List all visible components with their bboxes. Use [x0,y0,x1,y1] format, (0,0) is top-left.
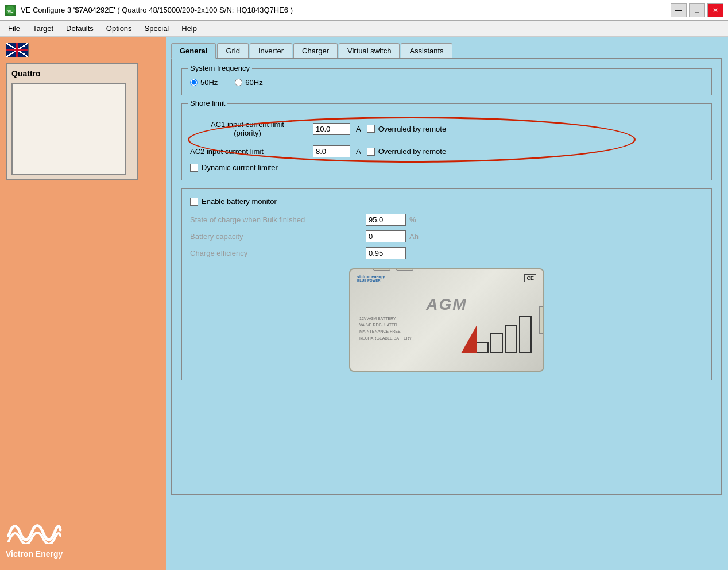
terminal-pos [373,268,390,271]
terminal-neg [396,268,413,271]
frequency-radio-group: 50Hz 60Hz [190,75,703,87]
soc-input[interactable] [366,214,406,226]
battery-monitor-section: Enable battery monitor State of charge w… [181,188,712,380]
tab-assistants[interactable]: Assistants [401,43,452,58]
ac2-overruled-checkbox[interactable] [367,148,375,156]
svg-text:VE: VE [7,9,14,14]
radio-50hz-input[interactable] [190,79,198,86]
menu-file[interactable]: File [2,22,26,34]
left-panel: Quattro Victron Energy [0,37,166,570]
dynamic-label: Dynamic current limiter [202,163,278,172]
ce-badge: CE [524,274,536,282]
battery-capacity-unit: Ah [409,232,419,241]
window-controls: — □ ✕ [671,3,723,17]
bar-3 [505,325,517,353]
device-inner [11,83,126,175]
tab-charger[interactable]: Charger [293,43,338,58]
device-box: Quattro [6,63,138,180]
ac1-label: AC1 input current limit [211,120,284,129]
victron-energy-logo-small: victron energy BLUE POWER [357,275,385,282]
battery-capacity-input[interactable] [366,230,406,242]
device-label: Quattro [11,69,41,78]
ac2-unit: A [356,147,361,156]
menu-options[interactable]: Options [100,22,138,34]
shore-limit-section: Shore limit AC1 input current limit (pri… [181,103,712,180]
minimize-button[interactable]: — [671,3,687,17]
battery-triangle-icon [461,325,477,353]
ac1-current-input[interactable] [313,123,350,135]
radio-60hz-input[interactable] [235,79,242,86]
radio-50hz[interactable]: 50Hz [190,78,218,87]
soc-unit: % [409,215,416,224]
ac2-label: AC2 input current limit [190,147,305,156]
close-button[interactable]: ✕ [707,3,723,17]
radio-60hz[interactable]: 60Hz [235,78,262,87]
menu-help[interactable]: Help [176,22,203,34]
battery-handle [539,306,544,334]
battery-model: AGM [350,295,543,314]
shore-limit-label: Shore limit [188,99,227,107]
flag-icon [6,43,29,57]
battery-fields: State of charge when Bulk finished % Bat… [190,214,703,259]
system-frequency-label: System frequency [188,64,252,72]
restore-button[interactable]: □ [689,3,705,17]
menu-special[interactable]: Special [139,22,175,34]
system-frequency-section: System frequency 50Hz 60Hz [181,68,712,95]
battery-top-details: victron energy BLUE POWER CE [350,274,543,282]
right-panel: victron General Grid Inverter Charger Vi… [166,37,728,570]
enable-battery-label: Enable battery monitor [202,197,277,206]
dynamic-current-row: Dynamic current limiter [190,163,703,172]
enable-battery-row: Enable battery monitor [190,197,703,206]
tab-general[interactable]: General [171,43,216,59]
battery-image-area: victron energy BLUE POWER CE AGM [190,268,703,372]
content-panel: System frequency 50Hz 60Hz Shore limit [171,58,722,495]
menu-target[interactable]: Target [27,22,59,34]
ac1-overruled-label: Overruled by remote [378,125,447,133]
soc-row: State of charge when Bulk finished % [190,214,703,226]
charge-efficiency-input[interactable] [366,247,406,259]
title-bar: VE VE Configure 3 '$7A04292E' ( Quattro … [0,0,728,21]
bar-1 [476,342,489,353]
ac1-unit: A [356,125,361,133]
tab-bar: General Grid Inverter Charger Virtual sw… [171,43,722,58]
app-icon: VE [5,5,16,16]
tab-virtual-switch[interactable]: Virtual switch [339,43,400,58]
ac2-current-input[interactable] [313,145,350,157]
menu-defaults[interactable]: Defaults [60,22,99,34]
battery-image: victron energy BLUE POWER CE AGM [349,268,544,372]
victron-brand-text: Victron Energy [6,549,63,559]
ac1-overruled-checkbox[interactable] [367,125,375,133]
bar-4 [519,316,532,353]
ac1-priority: (priority) [234,129,261,137]
ac1-row: AC1 input current limit (priority) A Ove… [190,118,703,137]
battery-capacity-row: Battery capacity Ah [190,230,703,242]
ac2-row: AC2 input current limit A Overruled by r… [190,143,703,157]
charge-efficiency-row: Charge efficiency [190,247,703,259]
charge-efficiency-label: Charge efficiency [190,249,362,257]
victron-branding: Victron Energy [6,510,63,559]
tab-inverter[interactable]: Inverter [250,43,292,58]
battery-capacity-label: Battery capacity [190,232,362,241]
dynamic-checkbox[interactable] [190,164,198,172]
soc-label: State of charge when Bulk finished [190,215,362,224]
enable-battery-checkbox[interactable] [190,198,198,206]
ac1-label-group: AC1 input current limit (priority) [190,120,305,137]
tab-grid[interactable]: Grid [217,43,249,58]
victron-waves-icon [6,510,63,548]
bar-2 [490,333,503,353]
battery-bar-chart [476,316,532,353]
window-title: VE Configure 3 '$7A04292E' ( Quattro 48/… [21,6,293,14]
main-layout: Quattro Victron Energy victron [0,37,728,570]
ac2-overruled-label: Overruled by remote [378,147,447,156]
menu-bar: File Target Defaults Options Special Hel… [0,21,728,37]
